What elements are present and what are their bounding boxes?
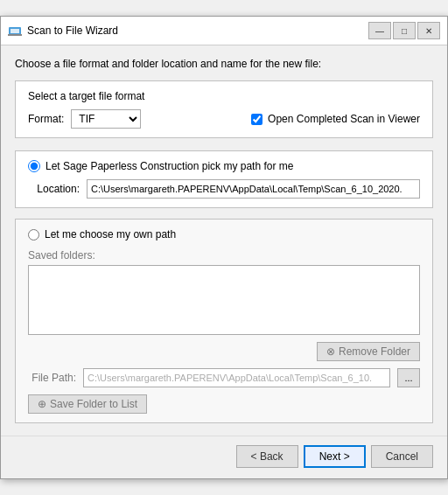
next-button[interactable]: Next >	[304, 445, 366, 468]
footer: < Back Next > Cancel	[1, 436, 447, 478]
content-area: Choose a file format and folder location…	[1, 45, 447, 436]
format-section-label: Select a target file format	[28, 90, 420, 102]
viewer-checkbox[interactable]	[251, 114, 262, 125]
instruction-text: Choose a file format and folder location…	[15, 58, 433, 70]
remove-folder-button[interactable]: ⊗ Remove Folder	[317, 342, 420, 361]
format-left: Format: TIF PDF JPEG BMP	[28, 109, 141, 129]
remove-folder-label: Remove Folder	[339, 345, 410, 358]
window-title: Scan to File Wizard	[27, 24, 363, 37]
viewer-checkbox-label: Open Completed Scan in Viewer	[268, 113, 420, 125]
own-path-radio[interactable]	[28, 229, 39, 241]
main-window: Scan to File Wizard — □ ✕ Choose a file …	[0, 16, 448, 479]
viewer-checkbox-row: Open Completed Scan in Viewer	[251, 113, 420, 125]
svg-rect-2	[8, 34, 22, 36]
save-folder-button[interactable]: ⊕ Save Folder to List	[28, 394, 147, 414]
saved-folders-label: Saved folders:	[28, 249, 420, 261]
location-input[interactable]	[87, 179, 420, 199]
svg-rect-1	[10, 29, 19, 33]
own-path-radio-label: Let me choose my own path	[45, 228, 176, 241]
close-button[interactable]: ✕	[417, 22, 440, 39]
format-label: Format:	[28, 113, 64, 125]
save-folder-label: Save Folder to List	[50, 398, 137, 410]
back-button[interactable]: < Back	[236, 445, 298, 468]
remove-folder-row: ⊗ Remove Folder	[28, 342, 420, 361]
titlebar: Scan to File Wizard — □ ✕	[1, 17, 447, 45]
file-path-row: File Path: ...	[28, 368, 420, 387]
sage-path-radio[interactable]	[28, 160, 40, 172]
saved-folders-box	[28, 265, 420, 335]
save-folder-icon: ⊕	[38, 398, 46, 410]
file-path-label: File Path:	[28, 372, 76, 384]
location-row: Location:	[32, 179, 420, 199]
format-section: Select a target file format Format: TIF …	[15, 80, 433, 138]
format-select[interactable]: TIF PDF JPEG BMP	[71, 109, 141, 129]
maximize-button[interactable]: □	[393, 22, 416, 39]
window-icon	[8, 24, 22, 38]
sage-path-radio-label: Let Sage Paperless Construction pick my …	[46, 160, 293, 172]
format-row: Format: TIF PDF JPEG BMP Open Completed …	[28, 109, 420, 129]
browse-button[interactable]: ...	[397, 368, 420, 387]
remove-folder-icon: ⊗	[326, 345, 335, 358]
own-path-section: Let me choose my own path Saved folders:…	[15, 219, 433, 423]
cancel-button[interactable]: Cancel	[371, 445, 433, 468]
file-path-input[interactable]	[83, 368, 390, 387]
minimize-button[interactable]: —	[368, 22, 391, 39]
own-path-radio-row: Let me choose my own path	[28, 228, 420, 241]
window-controls: — □ ✕	[368, 22, 440, 39]
sage-path-radio-row: Let Sage Paperless Construction pick my …	[28, 160, 420, 172]
location-label: Location:	[32, 183, 80, 195]
sage-path-section: Let Sage Paperless Construction pick my …	[15, 150, 433, 208]
